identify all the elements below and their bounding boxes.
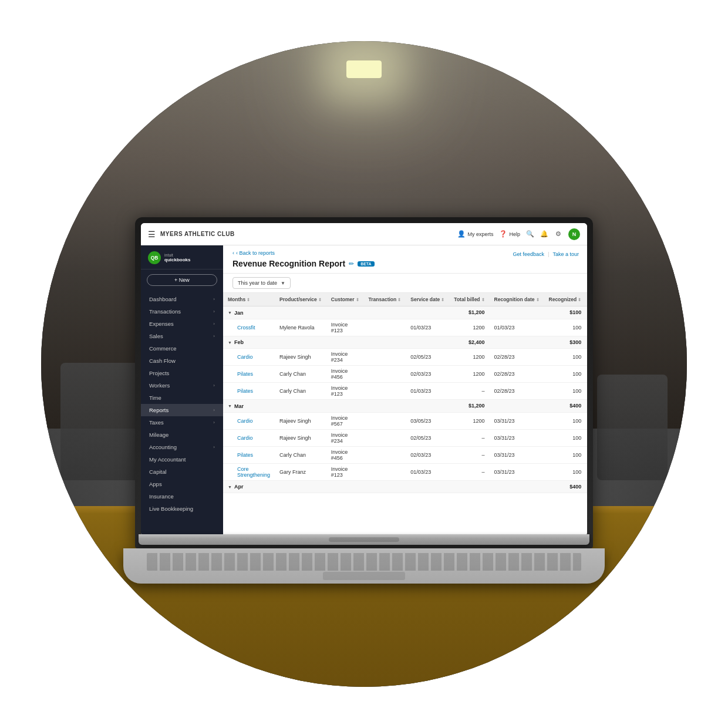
- table-row[interactable]: Core Strengthening Gary Franz Invoice #1…: [223, 463, 587, 480]
- cell-deferred: 900: [586, 463, 587, 480]
- month-chevron-icon: ▼: [228, 341, 232, 345]
- sidebar-item-projects[interactable]: Projects: [141, 367, 223, 379]
- cell-transaction: Invoice #123: [326, 463, 364, 480]
- chevron-right-icon: ›: [213, 444, 215, 450]
- trackpad: [323, 572, 405, 580]
- month-total-billed: [449, 480, 489, 493]
- cell-deferred: 1000: [586, 383, 587, 400]
- sidebar-item-insurance[interactable]: Insurance: [141, 490, 223, 503]
- table-row[interactable]: Pilates Carly Chan Invoice #456 02/03/23…: [223, 446, 587, 463]
- table-row[interactable]: Crossfit Mylene Ravola Invoice #123 01/0…: [223, 319, 587, 336]
- chevron-right-icon: ›: [213, 309, 215, 314]
- month-recognized: $300: [544, 336, 587, 349]
- sidebar-item-apps[interactable]: Apps: [141, 478, 223, 490]
- cell-customer: Carly Chan: [275, 383, 326, 400]
- month-label[interactable]: ▼ Feb: [223, 336, 406, 349]
- table-row[interactable]: Pilates Carly Chan Invoice #123 01/03/23…: [223, 383, 587, 400]
- settings-gear-icon[interactable]: ⚙: [554, 230, 562, 238]
- month-group-row-jan[interactable]: ▼ Jan $1,200 $100 $1,100: [223, 306, 587, 319]
- month-total-billed: $1,200: [449, 400, 489, 413]
- search-icon[interactable]: 🔍: [526, 230, 534, 238]
- sidebar-item-mileage[interactable]: Mileage: [141, 429, 223, 441]
- sidebar-item-capital[interactable]: Capital: [141, 466, 223, 478]
- hamburger-menu-icon[interactable]: ☰: [148, 230, 156, 239]
- keyboard-keys: [147, 553, 581, 571]
- cell-customer: Rajeev Singh: [275, 412, 326, 429]
- col-header-months[interactable]: Months⇕: [223, 293, 275, 306]
- laptop-screen-bezel: ☰ MYERS ATHLETIC CLUB 👤 My experts ❓ Hel…: [141, 223, 587, 534]
- sidebar-item-my-accountant[interactable]: My Accountant: [141, 453, 223, 466]
- quickbooks-app: ☰ MYERS ATHLETIC CLUB 👤 My experts ❓ Hel…: [141, 223, 587, 534]
- cell-product: Core Strengthening: [223, 463, 275, 480]
- col-header-recognized[interactable]: Recognized⇕: [544, 293, 587, 306]
- sidebar-item-cash-flow[interactable]: Cash Flow: [141, 355, 223, 367]
- sidebar-item-workers[interactable]: Workers›: [141, 379, 223, 392]
- sidebar-item-sales[interactable]: Sales›: [141, 330, 223, 342]
- help-button[interactable]: ❓ Help: [499, 230, 520, 238]
- laptop: ☰ MYERS ATHLETIC CLUB 👤 My experts ❓ Hel…: [135, 217, 593, 584]
- my-experts-button[interactable]: 👤 My experts: [457, 230, 493, 238]
- table-body: ▼ Jan $1,200 $100 $1,100 Crossfit Mylene…: [223, 306, 587, 493]
- month-recognition-date: [490, 336, 544, 349]
- table-row[interactable]: Cardio Rajeev Singh Invoice #234 02/05/2…: [223, 429, 587, 446]
- sidebar-nav: Dashboard›Transactions›Expenses›Sales›Co…: [141, 291, 223, 534]
- new-button[interactable]: + New: [147, 274, 217, 286]
- cell-deferred: 1100: [586, 412, 587, 429]
- col-header-total_billed[interactable]: Total billed⇕: [449, 293, 489, 306]
- content-header: ‹ ‹ Back to reports Revenue Recognition …: [223, 245, 587, 274]
- sidebar-label: Sales: [149, 333, 163, 339]
- col-header-transaction[interactable]: Transaction⇕: [364, 293, 406, 306]
- month-chevron-icon: ▼: [228, 311, 232, 315]
- cell-recognition-date: 03/31/23: [490, 412, 544, 429]
- cell-service-date: [364, 412, 406, 429]
- cell-total-billed: –: [449, 463, 489, 480]
- month-label[interactable]: ▼ Mar: [223, 400, 406, 413]
- table-row[interactable]: Cardio Rajeev Singh Invoice #234 02/05/2…: [223, 349, 587, 366]
- month-chevron-icon: ▼: [228, 404, 232, 408]
- cell-recognized: 100: [544, 349, 587, 366]
- cell-recognized: 100: [544, 366, 587, 383]
- sort-icon: ⇕: [397, 298, 401, 302]
- chevron-right-icon: ›: [213, 333, 215, 339]
- sidebar-item-taxes[interactable]: Taxes›: [141, 416, 223, 429]
- sidebar-item-expenses[interactable]: Expenses›: [141, 318, 223, 330]
- sidebar-label: Workers: [149, 382, 170, 389]
- report-table-container[interactable]: Months⇕Product/service⇕Customer⇕Transact…: [223, 293, 587, 534]
- month-label[interactable]: ▼ Apr: [223, 480, 406, 493]
- month-group-row-mar[interactable]: ▼ Mar $1,200 $400 $4,000: [223, 400, 587, 413]
- cell-total-billed: –: [449, 383, 489, 400]
- main-content: ‹ ‹ Back to reports Revenue Recognition …: [223, 245, 587, 534]
- user-avatar[interactable]: N: [568, 228, 580, 240]
- table-row[interactable]: Pilates Carly Chan Invoice #456 02/03/23…: [223, 366, 587, 383]
- laptop-screen-outer: ☰ MYERS ATHLETIC CLUB 👤 My experts ❓ Hel…: [135, 217, 593, 548]
- sidebar-item-live-bookkeeping[interactable]: Live Bookkeeping: [141, 503, 223, 515]
- sidebar-item-transactions[interactable]: Transactions›: [141, 305, 223, 318]
- edit-title-icon[interactable]: ✏: [349, 260, 354, 268]
- month-group-row-feb[interactable]: ▼ Feb $2,400 $300 $3,200: [223, 336, 587, 349]
- cell-service-date: [364, 429, 406, 446]
- report-table: Months⇕Product/service⇕Customer⇕Transact…: [223, 293, 587, 493]
- col-header-recognition_date[interactable]: Recognition date⇕: [490, 293, 544, 306]
- table-row[interactable]: Cardio Rajeev Singh Invoice #567 03/05/2…: [223, 412, 587, 429]
- sidebar-item-commerce[interactable]: Commerce: [141, 342, 223, 355]
- cell-transaction: Invoice #234: [326, 349, 364, 366]
- get-feedback-link[interactable]: Get feedback: [513, 251, 545, 257]
- take-tour-link[interactable]: Take a tour: [552, 251, 579, 257]
- col-header-service_date[interactable]: Service date⇕: [406, 293, 449, 306]
- col-header-customer[interactable]: Customer⇕: [326, 293, 364, 306]
- cell-service-date-val: 03/05/23: [406, 412, 449, 429]
- sidebar-item-time[interactable]: Time: [141, 392, 223, 404]
- sidebar-item-accounting[interactable]: Accounting›: [141, 441, 223, 453]
- col-header-product[interactable]: Product/service⇕: [275, 293, 326, 306]
- month-label[interactable]: ▼ Jan: [223, 306, 406, 319]
- sidebar-label: Time: [149, 395, 161, 401]
- col-header-deferred[interactable]: Deferred/unrecognized⇕: [586, 293, 587, 306]
- month-group-row-apr[interactable]: ▼ Apr $400 $3,600: [223, 480, 587, 493]
- sidebar-item-dashboard[interactable]: Dashboard›: [141, 293, 223, 305]
- month-name: Jan: [234, 310, 244, 316]
- notification-bell-icon[interactable]: 🔔: [540, 230, 548, 238]
- cell-deferred: 1100: [586, 349, 587, 366]
- sidebar-label: Reports: [149, 407, 168, 413]
- sidebar-item-reports[interactable]: Reports›: [141, 404, 223, 416]
- date-filter-dropdown[interactable]: This year to date ▼: [232, 277, 291, 289]
